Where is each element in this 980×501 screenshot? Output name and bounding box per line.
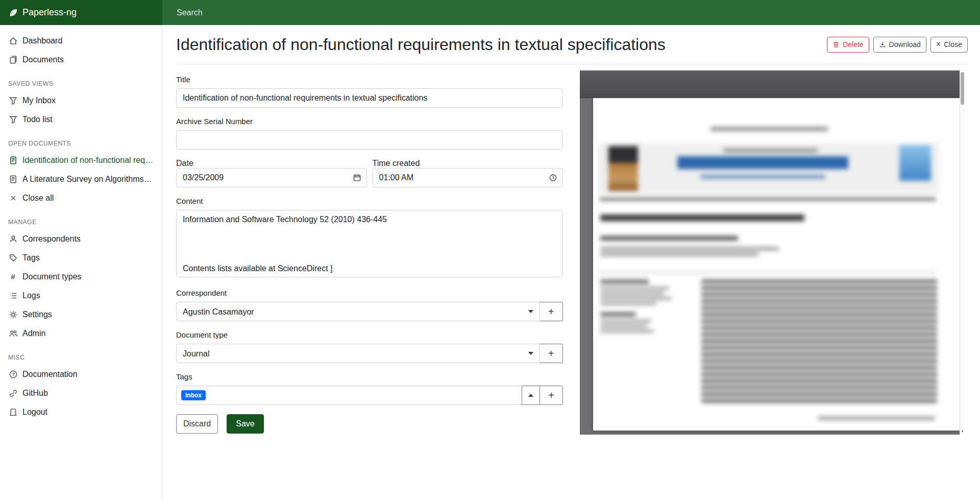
title-field: Title xyxy=(176,75,563,108)
search-input[interactable] xyxy=(162,0,980,25)
sidebar-item-tags[interactable]: Tags xyxy=(0,248,162,267)
date-input[interactable] xyxy=(176,168,367,187)
scroll-down-icon[interactable]: ▾ xyxy=(960,429,965,434)
sidebar-open-document-2[interactable]: A Literature Survey on Algorithms for Mu… xyxy=(0,170,162,188)
scrollbar-thumb[interactable] xyxy=(961,72,964,105)
abstract-text-block xyxy=(701,280,937,402)
sidebar-item-label: GitHub xyxy=(22,388,48,398)
sidebar-open-document-1[interactable]: Identification of non-functional require… xyxy=(0,151,162,170)
content-label: Content xyxy=(176,197,563,206)
pdf-viewport xyxy=(580,98,960,435)
tags-label: Tags xyxy=(176,372,563,381)
journal-cover-thumbnail xyxy=(608,146,638,191)
blurred-document-content xyxy=(593,98,960,431)
sidebar-item-dashboard[interactable]: Dashboard xyxy=(0,31,162,50)
sidebar-item-label: Documents xyxy=(22,54,64,65)
sidebar-item-documentation[interactable]: ? Documentation xyxy=(0,365,162,384)
sidebar-section-open-documents: OPEN DOCUMENTS xyxy=(8,140,154,148)
document-type-label: Document type xyxy=(176,330,563,340)
top-navbar: Paperless-ng xyxy=(0,0,980,25)
download-icon xyxy=(879,41,886,48)
files-icon xyxy=(8,55,18,64)
date-field: Date xyxy=(176,159,367,187)
document-edit-form: Title Archive Serial Number Date Time cr… xyxy=(176,75,563,434)
asn-input[interactable] xyxy=(176,130,563,150)
document-type-add-button[interactable]: + xyxy=(540,344,563,363)
correspondent-select[interactable]: Agustin Casamayor xyxy=(176,302,540,321)
sidebar-item-settings[interactable]: Settings xyxy=(0,305,162,324)
sidebar-item-label: Dashboard xyxy=(22,35,62,46)
sidebar: Dashboard Documents SAVED VIEWS My Inbox… xyxy=(0,25,162,501)
sidebar-item-logs[interactable]: Logs xyxy=(0,286,162,305)
document-type-select[interactable]: Journal xyxy=(176,344,540,363)
caret-up-icon xyxy=(528,394,533,397)
close-button[interactable]: × Close xyxy=(930,37,968,53)
sidebar-section-saved-views: SAVED VIEWS xyxy=(8,80,154,88)
form-actions: Discard Save xyxy=(176,414,563,434)
sidebar-item-close-all[interactable]: Close all xyxy=(0,188,162,207)
question-circle-icon: ? xyxy=(8,369,18,379)
content-field: Content Information and Software Technol… xyxy=(176,197,563,279)
link-icon xyxy=(8,388,18,398)
tags-dropdown-button[interactable] xyxy=(522,386,540,405)
svg-text:?: ? xyxy=(12,371,15,377)
asn-field: Archive Serial Number xyxy=(176,117,563,150)
sidebar-item-todo-list[interactable]: Todo list xyxy=(0,110,162,129)
paper-title-line xyxy=(600,214,804,221)
sidebar-item-label: Correspondents xyxy=(22,233,81,244)
title-input[interactable] xyxy=(176,88,563,108)
tag-icon xyxy=(8,253,18,263)
sidebar-item-label: Logs xyxy=(22,290,40,301)
time-field: Time created xyxy=(373,159,564,187)
sidebar-item-label: Close all xyxy=(22,193,54,203)
sidebar-item-logout[interactable]: Logout xyxy=(0,402,162,421)
content-textarea[interactable]: Information and Software Technology 52 (… xyxy=(176,210,563,277)
document-type-field: Document type Journal + xyxy=(176,330,563,363)
sidebar-item-label: Settings xyxy=(22,309,52,320)
file-text-icon xyxy=(8,174,18,184)
app-brand-label: Paperless-ng xyxy=(22,7,77,18)
delete-button[interactable]: Delete xyxy=(827,37,869,53)
time-input[interactable] xyxy=(373,168,564,187)
discard-button[interactable]: Discard xyxy=(176,414,218,434)
date-time-row: Date Time created xyxy=(176,159,563,187)
plus-icon: + xyxy=(548,306,554,318)
sidebar-item-label: Logout xyxy=(22,407,47,417)
sidebar-item-label: My Inbox xyxy=(22,95,56,106)
sidebar-item-label: Identification of non-functional require… xyxy=(22,155,154,165)
date-label: Date xyxy=(176,159,193,168)
x-icon xyxy=(8,193,18,203)
sidebar-item-admin[interactable]: Admin xyxy=(0,324,162,343)
download-button[interactable]: Download xyxy=(873,37,926,53)
publisher-logo xyxy=(899,145,931,181)
save-button[interactable]: Save xyxy=(227,414,263,434)
pdf-scrollbar[interactable]: ▾ xyxy=(960,70,965,435)
title-label: Title xyxy=(176,75,563,84)
people-icon xyxy=(8,328,18,338)
tags-add-button[interactable]: + xyxy=(540,386,563,405)
sidebar-item-label: Tags xyxy=(22,252,40,263)
correspondent-add-button[interactable]: + xyxy=(540,302,563,321)
tags-input[interactable]: Inbox xyxy=(176,386,522,405)
time-label: Time created xyxy=(373,159,420,168)
pdf-preview[interactable]: ▾ xyxy=(580,70,965,435)
app-brand[interactable]: Paperless-ng xyxy=(0,0,162,25)
header-actions: Delete Download × Close xyxy=(827,37,968,53)
sidebar-item-my-inbox[interactable]: My Inbox xyxy=(0,91,162,110)
house-icon xyxy=(8,36,18,45)
plus-icon: + xyxy=(548,348,554,360)
sidebar-item-document-types[interactable]: # Document types xyxy=(0,267,162,286)
sidebar-item-label: A Literature Survey on Algorithms for Mu… xyxy=(22,174,154,184)
pdf-toolbar[interactable] xyxy=(580,70,960,98)
sidebar-item-label: Document types xyxy=(22,271,82,282)
trash-icon xyxy=(832,41,840,48)
sidebar-item-github[interactable]: GitHub xyxy=(0,384,162,402)
sidebar-item-correspondents[interactable]: Correspondents xyxy=(0,229,162,248)
close-icon: × xyxy=(936,40,941,49)
journal-masthead-title xyxy=(677,156,848,169)
sidebar-item-label: Admin xyxy=(22,328,45,339)
plus-icon: + xyxy=(548,390,554,401)
sidebar-item-documents[interactable]: Documents xyxy=(0,50,162,69)
tag-badge-inbox[interactable]: Inbox xyxy=(181,390,206,400)
person-icon xyxy=(8,234,18,244)
